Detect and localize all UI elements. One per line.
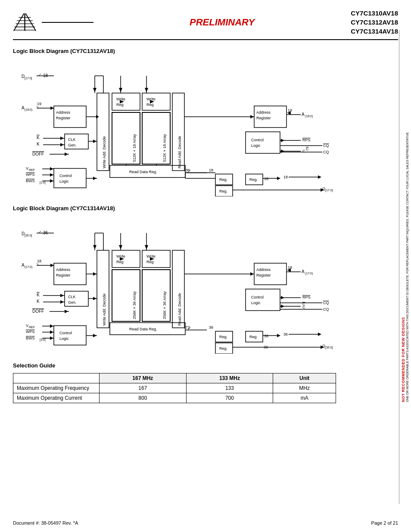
svg-text:A: A [22, 263, 25, 268]
svg-text:Reg.: Reg. [219, 346, 227, 351]
selection-table: 167 MHz 133 MHz Unit Maximum Operating F… [13, 373, 336, 403]
svg-text:[35:0]: [35:0] [25, 234, 32, 237]
svg-rect-155 [142, 250, 170, 268]
svg-marker-229 [50, 264, 54, 267]
svg-text:Register: Register [256, 273, 271, 277]
svg-text:RPS: RPS [302, 295, 311, 299]
svg-marker-26 [96, 115, 99, 118]
svg-text:Write Add. Decode: Write Add. Decode [102, 293, 106, 326]
svg-text:Logic: Logic [59, 336, 69, 341]
row-label-current: Maximum Operating Current [13, 393, 100, 403]
svg-marker-109 [50, 106, 54, 110]
svg-marker-85 [318, 175, 321, 179]
svg-text:[17:0]: [17:0] [25, 77, 32, 80]
svg-text:Reg.: Reg. [219, 335, 227, 339]
svg-text:Read Data Reg.: Read Data Reg. [129, 327, 157, 331]
svg-marker-141 [93, 245, 97, 249]
svg-marker-202 [277, 334, 280, 337]
svg-text:BWS: BWS [26, 179, 35, 183]
svg-marker-65 [281, 139, 284, 142]
svg-text:Control: Control [59, 331, 72, 335]
svg-text:V: V [26, 166, 28, 171]
svg-marker-103 [93, 140, 97, 143]
svg-marker-20 [119, 88, 122, 92]
svg-text:V: V [26, 324, 28, 328]
svg-text:Register: Register [56, 116, 71, 120]
svg-marker-21 [145, 88, 148, 92]
svg-text:[3:0]: [3:0] [40, 338, 46, 342]
obsolete-notice: ONE OR MORE ORDERABLE PARTS ASSOCIATED W… [406, 132, 409, 402]
row-val-current-167: 800 [100, 393, 187, 403]
svg-line-0 [14, 13, 24, 31]
diagram-svg-1: D [17:0] 18 Address Register [13, 59, 375, 196]
diagram-title-1: Logic Block Diagram (CY7C1312AV18) [13, 48, 398, 54]
svg-text:DOFF: DOFF [32, 152, 44, 156]
svg-text:Register: Register [256, 116, 271, 120]
preliminary-text: PRELIMINARY [93, 17, 351, 28]
svg-marker-239 [50, 324, 53, 328]
svg-text:Logic: Logic [251, 301, 261, 305]
side-warning-border: NOT RECOMMENDED FOR NEW DESIGNS ONE OR M… [399, 30, 411, 504]
svg-rect-235 [54, 326, 86, 345]
svg-text:CQ: CQ [323, 143, 329, 148]
side-warning-text: NOT RECOMMENDED FOR NEW DESIGNS ONE OR M… [399, 131, 411, 404]
svg-text:Write Add. Decode: Write Add. Decode [102, 136, 106, 168]
svg-marker-245 [93, 334, 97, 337]
svg-marker-98 [60, 143, 64, 146]
diagram-title-2: Logic Block Diagram (CY7C1314AV18) [13, 205, 398, 212]
svg-marker-205 [318, 333, 321, 336]
row-val-current-133: 700 [186, 393, 273, 403]
svg-marker-148 [93, 272, 97, 276]
svg-rect-33 [142, 93, 170, 110]
svg-text:Control: Control [59, 174, 72, 178]
svg-text:Read Add. Decode: Read Add. Decode [177, 293, 182, 326]
svg-marker-123 [50, 179, 53, 183]
svg-text:Gen.: Gen. [68, 300, 77, 305]
cypress-logo: CYPRESS [13, 12, 37, 32]
svg-text:Control: Control [251, 295, 264, 299]
svg-text:[1:0]: [1:0] [40, 181, 46, 184]
svg-marker-189 [281, 305, 284, 308]
selection-guide-title: Selection Guide [13, 362, 398, 369]
svg-marker-127 [250, 115, 254, 118]
row-val-freq-133: 133 [186, 383, 273, 393]
svg-text:Address: Address [256, 268, 271, 272]
svg-text:A: A [22, 106, 25, 110]
footer: Document #: 38-05497 Rev. *A Page 2 of 2… [13, 520, 398, 526]
svg-text:(18:0): (18:0) [305, 115, 313, 118]
part-number-3: CY7C1314AV18 [351, 27, 398, 36]
table-row: Maximum Operating Frequency 167 133 MHz [13, 383, 336, 393]
svg-marker-101 [65, 152, 68, 156]
col-header-empty [13, 373, 100, 383]
svg-text:Logic: Logic [59, 179, 69, 184]
logo-area: CYPRESS [13, 12, 93, 32]
svg-marker-143 [145, 245, 148, 249]
svg-text:[17:0]: [17:0] [325, 189, 333, 192]
row-unit-current: mA [273, 393, 336, 403]
svg-text:CQ: CQ [323, 301, 329, 305]
svg-text:256K × 36 Array: 256K × 36 Array [162, 291, 167, 319]
svg-text:36: 36 [283, 332, 288, 336]
not-recommended-label: NOT RECOMMENDED FOR NEW DESIGNS [401, 317, 405, 402]
svg-text:Reg.: Reg. [219, 177, 227, 182]
doc-number: Document #: 38-05497 Rev. *A [13, 520, 78, 526]
svg-text:36: 36 [264, 345, 268, 349]
svg-text:Reg: Reg [249, 335, 257, 339]
svg-text:BWS: BWS [26, 336, 35, 340]
svg-marker-185 [281, 296, 284, 299]
svg-text:RPS: RPS [302, 138, 311, 142]
svg-marker-223 [93, 297, 97, 300]
svg-text:C: C [302, 149, 305, 153]
col-header-unit: Unit [273, 373, 336, 383]
svg-text:DOFF: DOFF [32, 309, 44, 314]
svg-line-1 [25, 13, 36, 31]
row-label-freq: Maximum Operating Frequency [13, 383, 100, 393]
svg-marker-121 [50, 173, 53, 177]
svg-text:K: K [37, 142, 40, 146]
svg-text:A: A [302, 112, 305, 117]
svg-text:Register: Register [56, 273, 71, 277]
svg-text:CLK: CLK [68, 295, 76, 299]
diagram-section-1: Logic Block Diagram (CY7C1312AV18) D [17… [13, 48, 398, 196]
row-unit-freq: MHz [273, 383, 336, 393]
svg-rect-151 [112, 250, 140, 268]
